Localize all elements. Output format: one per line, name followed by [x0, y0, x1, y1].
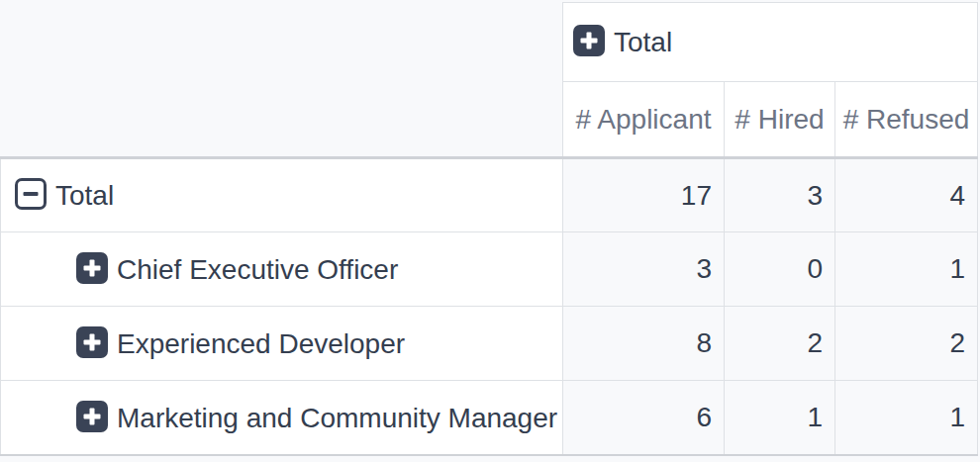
cell-ceo-applicant: 3 [563, 232, 725, 307]
cell-mkt-hired: 1 [725, 381, 835, 455]
measure-header-hired[interactable]: # Hired [725, 82, 835, 158]
row-header-chief-executive-officer[interactable]: Chief Executive Officer [1, 232, 563, 307]
pivot-table: Total # Applicant # Hired # Refused Tota… [0, 2, 978, 456]
table-row-experienced-developer: Experienced Developer 8 2 2 [1, 307, 978, 381]
expand-icon[interactable] [76, 401, 108, 432]
column-group-label: Total [614, 27, 672, 57]
measure-header-refused[interactable]: # Refused [835, 82, 978, 158]
expand-icon[interactable] [76, 252, 108, 284]
row-header-marketing-and-community-manager[interactable]: Marketing and Community Manager [1, 381, 563, 455]
cell-mkt-refused: 1 [835, 381, 978, 455]
cell-dev-refused: 2 [835, 307, 978, 381]
column-group-header-row: Total [1, 3, 978, 82]
expand-icon[interactable] [76, 326, 108, 358]
row-header-experienced-developer[interactable]: Experienced Developer [1, 307, 563, 381]
cell-ceo-refused: 1 [835, 232, 978, 307]
table-row-ceo: Chief Executive Officer 3 0 1 [1, 232, 978, 307]
row-label: Experienced Developer [117, 328, 405, 359]
row-label: Total [55, 180, 114, 211]
cell-dev-applicant: 8 [563, 307, 725, 381]
collapse-icon[interactable] [15, 178, 47, 210]
column-group-header-total[interactable]: Total [563, 3, 978, 82]
row-label: Marketing and Community Manager [117, 403, 557, 433]
measure-header-applicant[interactable]: # Applicant [563, 82, 725, 158]
table-row-total: Total 17 3 4 [1, 158, 978, 232]
cell-total-applicant: 17 [563, 158, 725, 232]
corner-cell [1, 3, 563, 158]
cell-dev-hired: 2 [725, 307, 835, 381]
row-header-total[interactable]: Total [1, 158, 563, 232]
cell-total-hired: 3 [725, 158, 835, 232]
cell-mkt-applicant: 6 [563, 381, 725, 455]
cell-total-refused: 4 [835, 158, 978, 232]
row-label: Chief Executive Officer [117, 254, 398, 285]
table-row-marketing-manager: Marketing and Community Manager 6 1 1 [1, 381, 978, 455]
cell-ceo-hired: 0 [725, 232, 835, 307]
expand-icon[interactable] [573, 25, 605, 56]
